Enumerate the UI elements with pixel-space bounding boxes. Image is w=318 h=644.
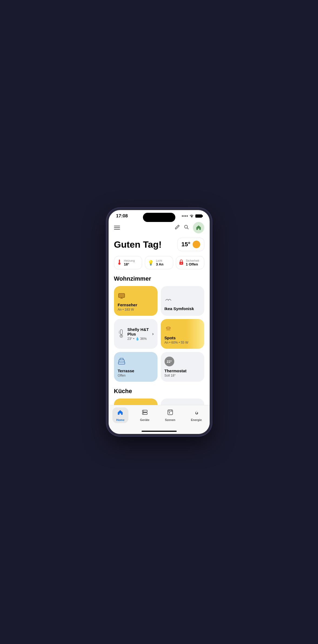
geraete-nav-icon <box>142 409 148 417</box>
energie-nav-label: Energie <box>191 418 202 421</box>
svg-rect-7 <box>121 298 122 298</box>
device-grid-kueche: Kaffeemaschine An Shelly H&T 26.3° • 💧 3… <box>114 399 204 405</box>
device-card-fernseher[interactable]: Fernseher An • 183 W <box>114 286 158 316</box>
dynamic-island <box>143 213 175 222</box>
summary-card-licht[interactable]: 💡 Licht 3 An <box>145 256 173 269</box>
top-right-icons <box>175 222 204 233</box>
sicherheit-icon <box>179 259 184 266</box>
search-button[interactable] <box>184 224 189 231</box>
svg-rect-9 <box>120 330 122 334</box>
ikea-icon <box>165 297 200 304</box>
svg-point-11 <box>121 336 122 337</box>
svg-rect-34 <box>168 410 173 415</box>
thermostat-badge: 22° <box>165 357 174 366</box>
wifi-icon <box>189 214 194 218</box>
licht-icon: 💡 <box>148 260 154 266</box>
heizung-label: Heizung <box>124 259 135 262</box>
nav-item-szenen[interactable]: Szenen <box>161 407 179 423</box>
summary-card-sicherheit[interactable]: Sicherheit 1 Offen <box>176 256 204 269</box>
heizung-icon <box>117 259 122 266</box>
nav-item-energie[interactable]: Energie <box>187 407 205 423</box>
bottom-nav: Home Geräte Szenen Energie <box>109 405 210 429</box>
home-nav-icon <box>117 409 123 417</box>
svg-point-33 <box>143 413 144 414</box>
nav-item-home[interactable]: Home <box>112 407 128 423</box>
sun-icon <box>193 241 200 248</box>
device-card-shelly-ht[interactable]: Shelly H&T 26.3° • 💧 32% › <box>161 399 204 405</box>
device-card-ikea[interactable]: Ikea Symfonisk <box>161 286 204 316</box>
status-bar: 17:08 <box>109 210 210 220</box>
device-card-shelly-ht-plus[interactable]: Shelly H&T Plus 23° • 💧 36% › <box>114 319 158 349</box>
device-grid-wohnzimmer: Fernseher An • 183 W Ikea Symfonisk Shel… <box>114 286 204 382</box>
greeting-row: Guten Tag! 15° <box>114 238 204 251</box>
kaffeemaschine-icon <box>118 404 154 405</box>
licht-label: Licht <box>156 259 163 262</box>
battery-icon <box>195 214 202 218</box>
svg-rect-8 <box>120 298 123 299</box>
svg-rect-18 <box>119 360 124 362</box>
energie-nav-icon <box>193 409 200 417</box>
device-card-kaffeemaschine[interactable]: Kaffeemaschine An <box>114 399 158 405</box>
terrasse-icon <box>118 357 154 366</box>
section-title-kueche: Küche <box>114 388 204 395</box>
device-card-terrasse[interactable]: Terrasse Offen <box>114 352 158 382</box>
thermostat-name: Thermostat <box>165 369 200 373</box>
home-bar <box>142 431 177 432</box>
spots-name: Spots <box>165 336 200 340</box>
svg-point-0 <box>185 225 188 228</box>
svg-point-16 <box>167 327 170 329</box>
device-card-spots[interactable]: Spots An • 60% • 55 W <box>161 319 204 349</box>
shelly-ht-plus-status: 23° • 💧 36% <box>128 337 150 341</box>
svg-rect-4 <box>181 263 182 264</box>
heizung-info: Heizung 18° <box>124 259 135 266</box>
terrasse-name: Terrasse <box>118 369 154 373</box>
svg-rect-17 <box>118 362 125 364</box>
heizung-value: 18° <box>124 262 135 266</box>
terrasse-status: Offen <box>118 374 154 377</box>
licht-value: 3 An <box>156 262 163 266</box>
fernseher-name: Fernseher <box>118 303 154 307</box>
summary-row: Heizung 18° 💡 Licht 3 An Sicherheit 1 Of… <box>114 256 204 269</box>
shelly-ht-plus-name: Shelly H&T Plus <box>128 327 150 336</box>
summary-card-heizung[interactable]: Heizung 18° <box>114 256 142 269</box>
sicherheit-value: 1 Offen <box>186 262 199 266</box>
home-indicator <box>109 429 210 434</box>
sicherheit-label: Sicherheit <box>186 259 199 262</box>
szenen-nav-label: Szenen <box>165 418 175 421</box>
device-card-thermostat[interactable]: 22° Thermostat Soll 18° <box>161 352 204 382</box>
svg-rect-1 <box>119 260 120 263</box>
app-content: Guten Tag! 15° Heizung 18° 💡 Licht <box>109 220 210 405</box>
nav-item-geraete[interactable]: Geräte <box>136 407 153 423</box>
menu-icon[interactable] <box>114 226 120 230</box>
fernseher-status: An • 183 W <box>118 308 154 311</box>
svg-point-2 <box>118 263 120 265</box>
shelly-ht-plus-chevron: › <box>152 331 153 336</box>
thermostat-status: Soll 18° <box>165 374 200 377</box>
sicherheit-info: Sicherheit 1 Offen <box>186 259 199 266</box>
svg-rect-6 <box>119 294 124 297</box>
greeting-text: Guten Tag! <box>114 239 162 250</box>
spots-status: An • 60% • 55 W <box>165 341 200 344</box>
ikea-name: Ikea Symfonisk <box>165 306 200 311</box>
spots-icon <box>165 326 200 333</box>
phone-shell: 17:08 <box>106 208 212 436</box>
weather-badge: 15° <box>177 238 204 251</box>
fernseher-icon <box>118 293 154 300</box>
section-title-wohnzimmer: Wohnzimmer <box>114 275 204 282</box>
svg-rect-19 <box>120 358 123 360</box>
geraete-nav-label: Geräte <box>140 418 149 421</box>
svg-rect-38 <box>169 412 170 413</box>
home-avatar-button[interactable] <box>193 222 204 233</box>
top-bar <box>114 222 204 233</box>
szenen-nav-icon <box>167 409 173 417</box>
signal-dots-icon <box>182 215 188 217</box>
shelly-ht-plus-icon <box>118 329 125 339</box>
svg-point-32 <box>143 411 144 411</box>
edit-button[interactable] <box>175 224 180 231</box>
status-icons <box>182 214 202 218</box>
home-nav-label: Home <box>116 418 125 421</box>
status-time: 17:08 <box>116 213 128 219</box>
licht-info: Licht 3 An <box>156 259 163 266</box>
weather-temp: 15° <box>181 241 190 248</box>
